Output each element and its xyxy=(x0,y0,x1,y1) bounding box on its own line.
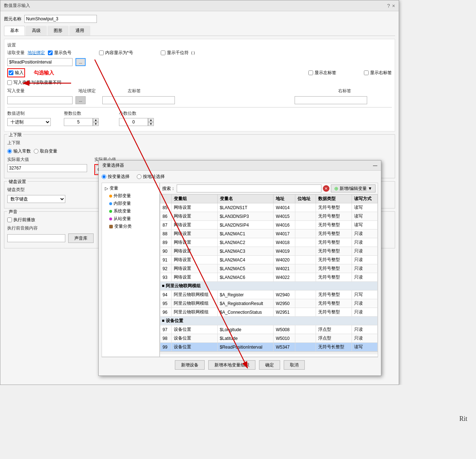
by-var-radio[interactable] xyxy=(102,174,106,179)
read-var-input[interactable] xyxy=(7,58,73,66)
table-cell: 无符号整型 xyxy=(316,264,352,273)
table-row[interactable]: 88网络设置$LAN2MAC1W4017无符号整型只读 xyxy=(160,230,378,238)
table-cell: 无符号整型 xyxy=(316,308,352,317)
table-cell: 浮点型 xyxy=(316,334,352,343)
input-const-radio[interactable] xyxy=(7,149,12,154)
by-var-radio-label[interactable]: 按变量选择 xyxy=(102,174,130,180)
int-digits-up[interactable]: ▲ xyxy=(93,118,99,122)
table-row[interactable]: 94阿里云物联网模组$A_RegisterW2940无符号整型只写 xyxy=(160,291,378,299)
table-row[interactable]: ■ 阿里云物联网模组 xyxy=(160,282,378,291)
limits-radio-row: 输入常数 取自变量 xyxy=(7,148,392,154)
sound-library-btn[interactable]: 声音库 xyxy=(68,233,94,243)
table-row[interactable]: 92网络设置$LAN2MAC5W4021无符号整型只读 xyxy=(160,264,378,273)
table-cell: 网络设置 xyxy=(171,247,217,256)
limits-group-title: 上下限 xyxy=(7,132,23,138)
table-row[interactable]: 90网络设置$LAN2MAC3W4019无符号整型只读 xyxy=(160,247,378,256)
input-checkbox[interactable] xyxy=(9,70,13,75)
table-cell: 只读 xyxy=(352,230,377,238)
num-base-select[interactable]: 十进制 十六进制 八进制 二进制 xyxy=(7,118,51,126)
write-var-input[interactable] xyxy=(7,96,73,104)
tree-item-system[interactable]: 系统变量 xyxy=(108,207,158,215)
by-address-radio[interactable] xyxy=(137,174,141,179)
show-sign-checkbox[interactable] xyxy=(48,50,53,55)
search-input[interactable] xyxy=(177,184,321,192)
right-tag-input[interactable] xyxy=(295,96,367,104)
write-var-dots-btn[interactable]: ... xyxy=(75,96,86,104)
content-mask-checkbox-row: 内容显示为*号 xyxy=(99,50,133,56)
table-cell: 网络设置 xyxy=(171,264,217,273)
add-device-btn[interactable]: 新增设备 xyxy=(175,360,205,370)
table-cell: $A_ConnectionStatus xyxy=(217,308,273,317)
table-cell: 90 xyxy=(160,247,172,256)
sound-content-label: 执行前音频内容 xyxy=(7,225,38,231)
table-row[interactable]: 87网络设置$LAN2DNSIP4W4016无符号整型读写 xyxy=(160,221,378,230)
table-row[interactable]: 96阿里云物联网模组$A_ConnectionStatusW2951无符号整型只… xyxy=(160,308,378,317)
input-const-radio-label[interactable]: 输入常数 xyxy=(7,148,31,154)
table-row[interactable]: ■ 设备位置 xyxy=(160,317,378,325)
keyboard-type-select[interactable]: 数字键盘 字母键盘 xyxy=(7,195,65,203)
table-cell: 网络设置 xyxy=(171,221,217,230)
take-from-var-radio-label[interactable]: 取自变量 xyxy=(34,148,57,154)
table-cell: 无符号整型 xyxy=(316,212,352,221)
read-var-dots-btn[interactable]: ... xyxy=(75,58,86,66)
table-cell xyxy=(295,203,316,212)
dec-digits-down[interactable]: ▼ xyxy=(148,122,154,126)
confirm-btn[interactable]: 确定 xyxy=(259,360,280,370)
add-local-group-btn[interactable]: 新增本地变量组织 xyxy=(208,360,255,370)
address-bind-link[interactable]: 地址绑定 xyxy=(28,50,45,56)
search-label: 搜索： xyxy=(162,186,175,192)
table-row[interactable]: 93网络设置$LAN2MAC6W4022无符号整型只读 xyxy=(160,273,378,282)
close-button[interactable]: × xyxy=(392,3,395,9)
left-tag-checkbox-row: 显示左标签 xyxy=(308,70,336,76)
table-cell: $A_Register xyxy=(217,291,273,299)
table-row[interactable]: 85网络设置$LAN2DNS1TW4014无符号整型读写 xyxy=(160,203,378,212)
table-cell: W5008 xyxy=(274,325,295,334)
take-from-var-radio[interactable] xyxy=(34,149,38,154)
table-cell: 网络设置 xyxy=(171,238,217,247)
table-cell: 设备位置 xyxy=(171,343,217,352)
max-value-input[interactable] xyxy=(7,164,87,172)
left-tag-checkbox[interactable] xyxy=(308,70,313,75)
tree-item-external[interactable]: 外部变量 xyxy=(108,192,158,200)
left-tag-input[interactable] xyxy=(102,96,175,104)
exec-before-play-checkbox[interactable] xyxy=(7,218,12,222)
dec-digits-input[interactable] xyxy=(119,118,148,126)
help-button[interactable]: ? xyxy=(387,3,390,9)
add-edit-btn[interactable]: ⊕ 新增/编辑变量 ▼ xyxy=(331,184,376,192)
tree-item-category[interactable]: 变量分类 xyxy=(108,223,158,230)
table-row[interactable]: 98设备位置$LatitudeW5010浮点型只读 xyxy=(160,334,378,343)
by-address-radio-label[interactable]: 按地址选择 xyxy=(137,174,165,180)
show-sign-checkbox-row: 显示负号 xyxy=(48,50,71,56)
tree-item-internal[interactable]: 内部变量 xyxy=(108,200,158,207)
table-cell: 只读 xyxy=(352,299,377,308)
sound-content-input[interactable] xyxy=(7,234,65,242)
table-row[interactable]: 99设备位置$ReadPositionIntervalW5347无符号长整型读写 xyxy=(160,343,378,352)
var-dialog-minimize[interactable]: — xyxy=(373,163,377,168)
tree-item-slave[interactable]: 从站变量 xyxy=(108,215,158,223)
table-row[interactable]: 95阿里云物联网模组$A_RegistrationResultW2950无符号整… xyxy=(160,299,378,308)
thousands-checkbox[interactable] xyxy=(161,50,165,55)
right-tag-checkbox[interactable] xyxy=(364,70,369,75)
table-cell: 网络设置 xyxy=(171,203,217,212)
int-digits-down[interactable]: ▼ xyxy=(93,122,99,126)
tab-general[interactable]: 通用 xyxy=(69,26,90,36)
table-cell: 92 xyxy=(160,264,172,273)
cancel-btn[interactable]: 取消 xyxy=(284,360,305,370)
dec-digits-up[interactable]: ▲ xyxy=(148,118,154,122)
write-diff-checkbox[interactable] xyxy=(7,80,12,85)
table-row[interactable]: 86网络设置$LAN3DNSIP3W4015无符号整型读写 xyxy=(160,212,378,221)
table-header-row: 变量组 变量名 地址 位地址 数据类型 读写方式 xyxy=(160,195,378,203)
content-mask-checkbox[interactable] xyxy=(99,50,104,55)
tab-advanced[interactable]: 高级 xyxy=(26,26,47,36)
tab-graphic[interactable]: 图形 xyxy=(48,26,69,36)
table-row[interactable]: 97设备位置$LongitudeW5008浮点型只读 xyxy=(160,325,378,334)
table-row[interactable]: 91网络设置$LAN2MAC4W4020无符号整型只读 xyxy=(160,256,378,264)
tree-root[interactable]: ▷ 变量 xyxy=(103,184,158,192)
table-cell: 86 xyxy=(160,212,172,221)
tab-basic[interactable]: 基本 xyxy=(4,26,25,36)
int-digits-input[interactable] xyxy=(64,118,93,126)
name-input[interactable] xyxy=(24,15,97,23)
search-clear-btn[interactable]: ✕ xyxy=(323,185,329,192)
table-row[interactable]: 89网络设置$LAN2MAC2W4018无符号整型只读 xyxy=(160,238,378,247)
num-base-label: 数值进制 xyxy=(7,110,51,117)
